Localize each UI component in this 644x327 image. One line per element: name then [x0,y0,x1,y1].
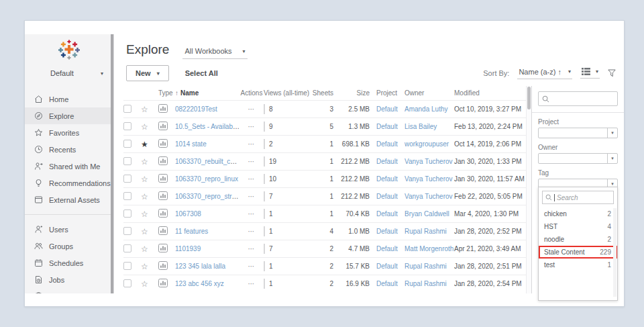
sidebar-item-jobs[interactable]: Jobs [25,271,113,288]
table-scrollbar[interactable] [526,86,531,293]
table-row[interactable]: ☆ 1063370_repro_stripped... ⋯ 7 1 212.2 … [123,187,531,205]
table-row[interactable]: ☆ 123 abc 456 xyz ⋯ 1 2 16.9 KB Default … [123,275,531,292]
project-link[interactable]: Default [376,263,398,270]
favorite-star-icon[interactable]: ★ [141,140,148,148]
filter-search-input[interactable] [538,91,618,106]
project-link[interactable]: Default [376,193,398,200]
row-checkbox[interactable] [123,192,131,200]
table-row[interactable]: ★ 1014 state ⋯ 2 1 698.1 KB Default work… [123,135,531,152]
row-actions-button[interactable]: ⋯ [248,123,256,130]
table-row[interactable]: ☆ 11 features ⋯ 1 4 1.0 MB Default Rupal… [123,222,531,240]
column-header-modified[interactable]: Modified [454,89,531,97]
owner-link[interactable]: Vanya Tucherov [405,175,453,183]
workbook-name-link[interactable]: 1063370_repro_stripped... [175,193,239,200]
row-checkbox[interactable] [123,279,131,287]
row-actions-button[interactable]: ⋯ [248,105,256,113]
row-checkbox[interactable] [123,175,131,183]
row-actions-button[interactable]: ⋯ [248,245,256,252]
sidebar-item-users[interactable]: Users [25,221,113,238]
sidebar-item-explore[interactable]: Explore [25,107,113,124]
owner-link[interactable]: Vanya Tucherov [405,193,453,200]
tag-option[interactable]: noodle 2 [539,233,617,246]
tag-menu-scrollbar[interactable] [613,208,616,297]
site-selector[interactable]: Default ▾ [50,69,103,77]
favorite-star-icon[interactable]: ☆ [141,105,148,113]
column-header-sheets[interactable]: Sheets [301,89,333,97]
row-checkbox[interactable] [123,122,131,130]
project-link[interactable]: Default [376,280,398,287]
column-header-type[interactable]: Type [158,89,175,97]
workbook-name-link[interactable]: 123 abc 456 xyz [175,280,224,287]
column-header-views[interactable]: Views (all-time) [264,89,301,97]
row-checkbox[interactable] [123,209,131,218]
content-type-selector[interactable]: All Workbooks ▾ [182,47,247,59]
project-link[interactable]: Default [376,210,398,218]
table-row[interactable]: ☆ 1063370_repro_linux ⋯ 10 1 212.2 MB De… [123,170,531,187]
owner-link[interactable]: Amanda Luthy [405,105,448,113]
workbook-name-link[interactable]: 1101939 [175,245,201,252]
table-row[interactable]: ☆ 10.5_Sets - Availability ⋯ 9 5 1.3 MB … [123,118,531,135]
tag-search-input[interactable]: Search [542,191,614,204]
project-link[interactable]: Default [376,123,398,130]
favorite-star-icon[interactable]: ☆ [141,123,148,131]
owner-link[interactable]: Rupal Rashmi [405,280,447,287]
workbook-name-link[interactable]: 08222019Test [175,105,217,113]
favorite-star-icon[interactable]: ☆ [141,175,148,183]
row-checkbox[interactable] [123,262,131,270]
table-row[interactable]: ☆ 123 345 lala lalla ⋯ 1 2 15.7 KB Defau… [123,257,531,275]
project-filter-select[interactable]: ▾ [538,128,618,138]
owner-link[interactable]: Bryan Caldwell [405,210,449,218]
workbook-name-link[interactable]: 10.5_Sets - Availability [175,123,239,130]
owner-link[interactable]: Lisa Bailey [405,123,437,130]
sidebar-item-schedules[interactable]: Schedules [25,254,113,271]
table-row[interactable]: ☆ 08222019Test ⋯ 8 3 2.5 MB Default Aman… [123,100,531,118]
project-link[interactable]: Default [376,175,398,183]
workbook-name-link[interactable]: 1014 state [175,140,207,148]
sidebar-scrollbar[interactable] [111,34,113,293]
owner-filter-select[interactable]: ▾ [538,153,618,164]
workbook-name-link[interactable]: 123 345 lala lalla [175,263,225,270]
column-header-size[interactable]: Size [333,89,370,97]
workbook-name-link[interactable]: 1067308 [175,210,201,218]
new-button[interactable]: New ▾ [126,65,169,81]
table-row[interactable]: ☆ 1101939 ⋯ 7 2 4.7 MB Default Matt Morg… [123,240,531,257]
tag-option[interactable]: HST 4 [539,220,617,233]
column-header-owner[interactable]: Owner [405,89,454,97]
table-row[interactable]: ☆ 1063370_rebuilt_centos ⋯ 19 1 212.2 MB… [123,152,531,170]
column-header-name[interactable]: ↑Name [175,89,239,97]
row-actions-button[interactable]: ⋯ [248,210,256,218]
favorite-star-icon[interactable]: ☆ [141,193,148,201]
owner-link[interactable]: Matt Morgenroth [405,245,453,252]
sidebar-item-groups[interactable]: Groups [25,238,113,254]
row-actions-button[interactable]: ⋯ [248,193,256,200]
sort-dropdown[interactable]: Name (a-z) ↑ ▾ [517,68,572,79]
table-scrollbar-thumb[interactable] [527,87,531,109]
column-header-project[interactable]: Project [370,89,405,97]
row-checkbox[interactable] [123,157,131,165]
sidebar-item-shared-with-me[interactable]: Shared with Me [25,158,113,175]
owner-link[interactable]: workgroupuser [405,140,449,148]
workbook-name-link[interactable]: 1063370_repro_linux [175,175,238,183]
owner-link[interactable]: Vanya Tucherov [405,158,453,165]
sidebar-item-external-assets[interactable]: External Assets [25,191,113,208]
project-link[interactable]: Default [376,158,398,165]
favorite-star-icon[interactable]: ☆ [141,245,148,253]
row-actions-button[interactable]: ⋯ [248,228,256,235]
project-link[interactable]: Default [376,228,398,235]
row-actions-button[interactable]: ⋯ [248,175,256,183]
workbook-name-link[interactable]: 1063370_rebuilt_centos [175,158,239,165]
project-link[interactable]: Default [376,245,398,252]
favorite-star-icon[interactable]: ☆ [141,228,148,236]
owner-link[interactable]: Rupal Rashmi [405,228,447,235]
sidebar-item-home[interactable]: Home [25,91,113,107]
sidebar-item-tasks[interactable]: Tasks [25,288,113,293]
workbook-name-link[interactable]: 11 features [175,228,208,235]
sidebar-item-recents[interactable]: Recents [25,141,113,158]
row-checkbox[interactable] [123,244,131,252]
select-all-button[interactable]: Select All [185,69,218,77]
tag-option-highlighted[interactable]: Stale Content 229 [539,246,617,259]
filter-icon[interactable] [608,69,616,77]
favorite-star-icon[interactable]: ☆ [141,263,148,271]
tag-option[interactable]: test 1 [539,259,617,271]
sidebar-item-favorites[interactable]: Favorites [25,124,113,141]
